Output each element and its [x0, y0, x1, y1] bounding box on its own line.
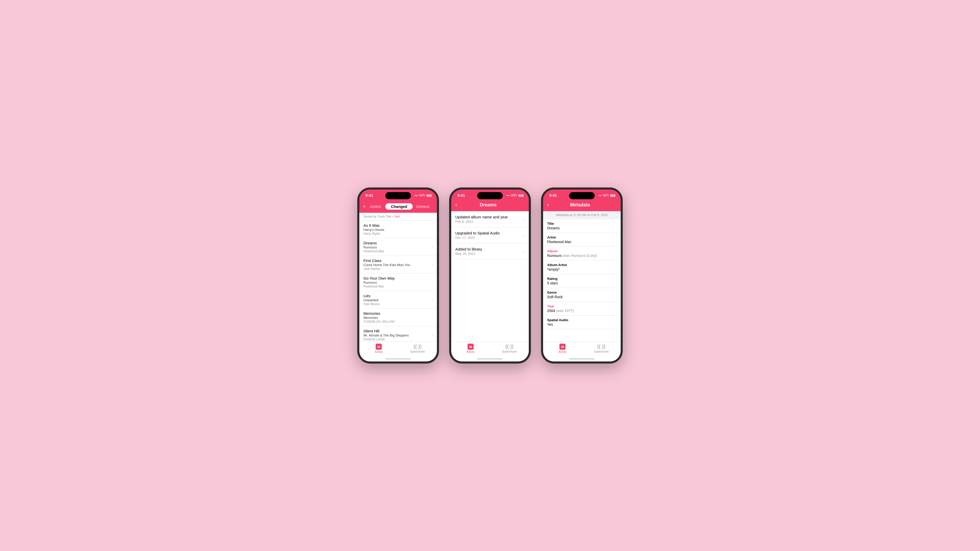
phone-3: 9:41 ▪▪▪ WiFi ▮▮▮ ‹ Metadata Metadata at…	[541, 187, 623, 364]
activity-date-2: May 29, 2021	[455, 252, 523, 256]
status-icons-3: ▪▪▪ WiFi ▮▮▮	[598, 194, 616, 197]
tab-spatial-label-2: Spatial Audio	[502, 350, 517, 353]
activity-date-1: Dec 17, 2022	[455, 236, 523, 240]
metadata-item-1: Artist Fleetwood Mac	[543, 233, 620, 247]
status-time-1: 9:41	[364, 193, 373, 197]
header-3: ‹ Metadata	[543, 200, 620, 211]
tab-spatial-3[interactable]: ((·)) Spatial Audio	[582, 344, 620, 353]
metadata-value-7: Yes	[547, 322, 617, 327]
metadata-key-1: Artist	[547, 235, 617, 239]
sort-button[interactable]: Sort	[394, 215, 400, 218]
activity-chevron-1: ›	[523, 233, 525, 238]
home-indicator-3	[543, 357, 620, 362]
tab-activity-3[interactable]: 📅 Activity	[543, 344, 582, 353]
activity-item-0[interactable]: Updated album name and year Feb 9, 2023 …	[451, 211, 529, 227]
track-item-0[interactable]: As It Was Harry's House Harry Styles ›	[360, 221, 437, 238]
tab-activity-2[interactable]: 📅 Activity	[451, 344, 490, 353]
metadata-subheader: Metadata at 11:35 AM on Feb 9, 2023	[543, 211, 620, 219]
track-artist-4: Pale Waves	[363, 302, 431, 306]
track-album-6: Mr. Morale & The Big Steppers	[363, 333, 431, 337]
track-info-5: Memories Memories YUNGBLUD, WILLOW	[363, 311, 431, 324]
tab-deleted[interactable]: Deleted	[413, 203, 433, 210]
metadata-value-5: Soft Rock	[547, 295, 617, 299]
tab-bar-2: 📅 Activity ((·)) Spatial Audio	[451, 341, 529, 357]
spatial-icon-3: ((·))	[597, 344, 605, 349]
tab-activity-1[interactable]: 📅 Activity	[360, 344, 398, 353]
back-button-1[interactable]: ‹	[363, 203, 365, 210]
wifi-icon-3: WiFi	[603, 194, 609, 197]
signal-icon-2: ▪▪▪	[506, 194, 510, 197]
track-name-0: As It Was	[363, 223, 431, 227]
phone-1: 9:41 ▪▪▪ WiFi ▮▮▮ ‹ Added Changed Delete…	[357, 187, 439, 364]
track-info-2: First Class Come Home The Kids Miss You …	[363, 259, 431, 271]
chevron-icon-6: ›	[431, 333, 433, 337]
header-1: ‹ Added Changed Deleted	[360, 200, 437, 213]
metadata-value-6: 2004 (was 1977)	[547, 309, 617, 313]
chevron-icon-0: ›	[431, 227, 433, 232]
tab-added[interactable]: Added	[365, 203, 385, 210]
track-name-6: Silent Hill	[363, 329, 431, 333]
activity-item-1[interactable]: Upgraded to Spatial Audio Dec 17, 2022 ›	[451, 227, 529, 243]
tab-changed[interactable]: Changed	[385, 203, 413, 210]
tab-activity-label-2: Activity	[466, 351, 475, 353]
chevron-icon-4: ›	[431, 297, 433, 302]
track-album-2: Come Home The Kids Miss You	[363, 263, 431, 267]
back-button-2[interactable]: ‹	[455, 202, 457, 208]
activity-chevron-2: ›	[523, 249, 525, 254]
track-album-3: Rumours	[363, 281, 431, 284]
signal-icon-1: ▪▪▪	[414, 194, 418, 197]
track-album-0: Harry's House	[363, 228, 431, 232]
activity-chevron-0: ›	[523, 217, 525, 221]
metadata-value-3: *empty*	[547, 267, 617, 272]
track-info-6: Silent Hill Mr. Morale & The Big Stepper…	[363, 329, 431, 341]
tab-spatial-1[interactable]: ((·)) Spatial Audio	[398, 344, 437, 353]
track-item-5[interactable]: Memories Memories YUNGBLUD, WILLOW ›	[360, 309, 437, 326]
tab-activity-label-1: Activity	[375, 351, 383, 353]
back-button-3[interactable]: ‹	[547, 202, 549, 208]
sort-label: Sorted by Track Title •	[363, 215, 393, 218]
metadata-value-4: 5 stars	[547, 281, 617, 285]
activity-info-0: Updated album name and year Feb 9, 2023	[455, 215, 523, 224]
tab-spatial-2[interactable]: ((·)) Spatial Audio	[490, 344, 529, 353]
track-item-6[interactable]: Silent Hill Mr. Morale & The Big Stepper…	[360, 326, 437, 341]
metadata-was-2: (was Rumours (Live))	[563, 254, 597, 258]
track-item-4[interactable]: Lies Unwanted Pale Waves ›	[360, 291, 437, 309]
tab-bar-1: 📅 Activity ((·)) Spatial Audio	[360, 341, 437, 357]
page-title-3: Metadata	[549, 202, 611, 208]
metadata-value-2: Rumours (was Rumours (Live))	[547, 254, 617, 258]
spatial-icon-1: ((·))	[414, 344, 422, 349]
track-info-0: As It Was Harry's House Harry Styles	[363, 223, 431, 235]
battery-icon-1: ▮▮▮	[426, 194, 432, 197]
metadata-value-1: Fleetwood Mac	[547, 240, 617, 244]
header-2: ‹ Dreams	[451, 200, 529, 211]
metadata-key-0: Title	[547, 222, 617, 225]
metadata-item-0: Title Dreams	[543, 219, 620, 233]
track-item-3[interactable]: Go Your Own Way Rumours Fleetwood Mac ›	[360, 273, 437, 291]
activity-item-2[interactable]: Added to library May 29, 2021 ›	[451, 243, 529, 259]
header-tabs: ‹ Added Changed Deleted	[363, 203, 433, 210]
activity-title-2: Added to library	[455, 247, 523, 251]
activity-title-1: Upgraded to Spatial Audio	[455, 231, 523, 235]
spatial-icon-2: ((·))	[505, 344, 514, 349]
track-item-1[interactable]: Dreams Rumours Fleetwood Mac ›	[360, 238, 437, 256]
tab-activity-label-3: Activity	[558, 351, 566, 353]
metadata-item-2: Album Rumours (was Rumours (Live))	[543, 247, 620, 260]
tab-spatial-label-3: Spatial Audio	[594, 350, 609, 353]
activity-date-0: Feb 9, 2023	[455, 220, 523, 224]
track-info-4: Lies Unwanted Pale Waves	[363, 294, 431, 306]
subheader-1: Sorted by Track Title • Sort	[360, 213, 437, 221]
metadata-value-0: Dreams	[547, 226, 617, 230]
signal-icon-3: ▪▪▪	[598, 194, 601, 197]
track-info-1: Dreams Rumours Fleetwood Mac	[363, 241, 431, 253]
metadata-was-6: (was 1977)	[556, 309, 574, 313]
track-album-1: Rumours	[363, 245, 431, 249]
track-album-5: Memories	[363, 316, 431, 320]
tab-spatial-label-1: Spatial Audio	[410, 350, 425, 353]
track-artist-3: Fleetwood Mac	[363, 285, 431, 288]
metadata-item-6: Year 2004 (was 1977)	[543, 302, 620, 316]
track-item-2[interactable]: First Class Come Home The Kids Miss You …	[360, 256, 437, 273]
activity-info-1: Upgraded to Spatial Audio Dec 17, 2022	[455, 231, 523, 240]
chevron-icon-3: ›	[431, 280, 433, 284]
wifi-icon-2: WiFi	[511, 194, 517, 197]
home-indicator-2	[451, 357, 529, 362]
